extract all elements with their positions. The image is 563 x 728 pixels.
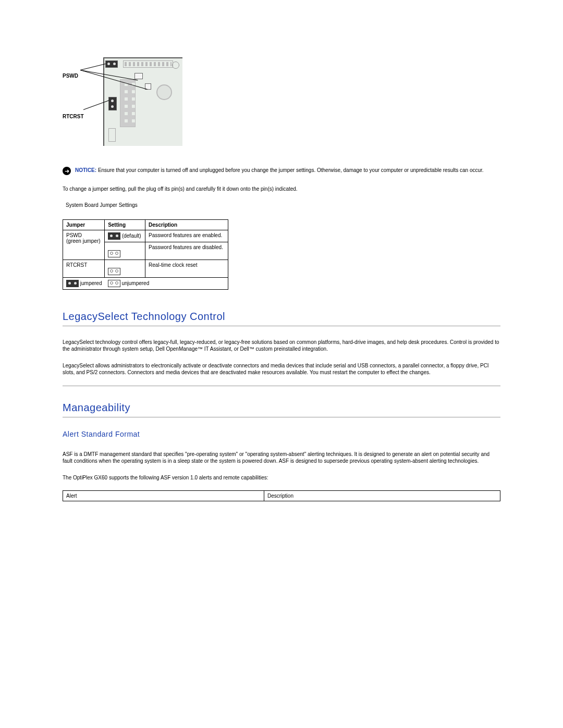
table-row: RTCRST Real-time clock reset <box>63 260 228 277</box>
legacy-paragraph-1: LegacySelect technology control offers l… <box>63 339 500 353</box>
notice-icon: ➜ <box>63 167 71 175</box>
col-setting: Setting <box>105 219 145 230</box>
table-row: Jumper Setting Description <box>63 219 228 230</box>
asf-paragraph-2: The OptiPlex GX60 supports the following… <box>63 474 500 482</box>
legacyselect-heading: LegacySelect Technology Control <box>63 311 500 323</box>
rtcrst-jumper-icon <box>108 97 117 110</box>
connector-icon <box>134 73 143 79</box>
notice-block: ➜ NOTICE: Ensure that your computer is t… <box>63 167 500 175</box>
col-jumper: Jumper <box>63 219 105 230</box>
table-row: PSWD (green jumper) (default) Password f… <box>63 230 228 242</box>
col-description: Description <box>145 219 228 230</box>
legend-cell: jumpered unjumpered <box>63 277 228 289</box>
desc-cell: Password features are disabled. <box>145 242 228 260</box>
alert-table: Alert Description <box>63 490 500 501</box>
pswd-jumper-icon <box>105 60 118 68</box>
unjumpered-icon <box>108 280 120 287</box>
jumpered-icon <box>108 232 120 240</box>
jumper-name: PSWD <box>66 232 82 238</box>
divider <box>63 417 500 417</box>
jumper-settings-table: Jumper Setting Description PSWD (green j… <box>63 219 228 290</box>
diagram-label-rtcrst: RTCRST <box>63 114 84 119</box>
divider <box>63 326 500 326</box>
jumpered-icon <box>66 280 79 287</box>
table-row: Alert Description <box>63 491 500 501</box>
unjumpered-icon <box>108 250 120 257</box>
change-jumper-paragraph: To change a jumper setting, pull the plu… <box>63 186 500 193</box>
legacy-paragraph-2: LegacySelect allows administrators to el… <box>63 362 500 376</box>
jumper-name: RTCRST <box>63 260 105 277</box>
divider <box>63 386 500 386</box>
setting-default: (default) <box>122 232 141 238</box>
jumper-note: (green jumper) <box>66 238 101 244</box>
jumper-table-caption: System Board Jumper Settings <box>66 202 500 208</box>
asf-subheading: Alert Standard Format <box>63 430 500 438</box>
col-alert: Alert <box>63 491 264 501</box>
col-description: Description <box>264 491 500 501</box>
desc-cell: Real-time clock reset <box>145 260 228 277</box>
table-row: jumpered unjumpered <box>63 277 228 289</box>
system-board-diagram: PSWD RTCRST <box>63 57 182 146</box>
diagram-label-pswd: PSWD <box>63 73 78 79</box>
asf-paragraph-1: ASF is a DMTF management standard that s… <box>63 451 500 465</box>
notice-text: Ensure that your computer is turned off … <box>98 167 484 173</box>
manageability-heading: Manageability <box>63 402 500 414</box>
unjumpered-icon <box>108 268 120 275</box>
desc-cell: Password features are enabled. <box>145 230 228 242</box>
legend-unjumpered: unjumpered <box>121 280 149 286</box>
notice-label: NOTICE: <box>75 167 96 173</box>
legend-jumpered: jumpered <box>80 280 102 286</box>
